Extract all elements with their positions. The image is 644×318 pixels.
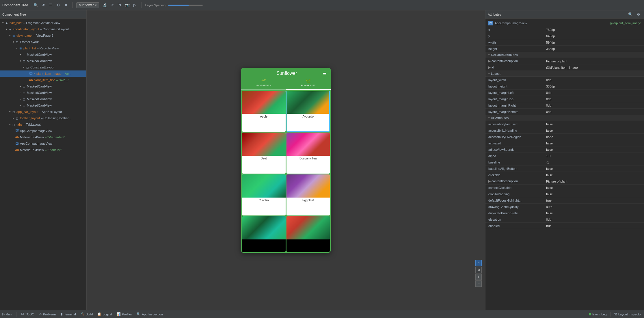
attr-key-contentdesc-all: ▶contentDescription [488, 179, 546, 183]
tab-my-garden[interactable]: 🌱 MY GARDEN [241, 76, 286, 89]
attr-value-y: 648dp [546, 34, 555, 38]
refresh-icon[interactable]: ↻ [117, 2, 123, 8]
section-layout[interactable]: ▾ Layout [485, 71, 644, 77]
play-icon[interactable]: ▷ [132, 2, 138, 8]
plant-name-beet: Beet [242, 156, 286, 161]
attr-value-a11y-heading: false [546, 129, 553, 132]
terminal-label: Terminal [64, 313, 76, 316]
tree-item-nav-host[interactable]: ▾ ◈ nav_host – FragmentContainerView [0, 20, 86, 26]
tree-item-masked-card-3[interactable]: ▸ ◻ MaskedCardView [0, 83, 86, 90]
settings-icon[interactable]: ⚙ [55, 2, 62, 8]
plant-image-avocado [286, 91, 330, 114]
section-all-attributes[interactable]: ▾ All Attributes [485, 115, 644, 121]
tree-item-toolbar-layout[interactable]: ▸ ◻ toolbar_layout – CollapsingToolbar..… [0, 115, 86, 121]
attr-value-width: 594dp [546, 41, 555, 44]
tab-plant-list[interactable]: 🌿 PLANT LIST [286, 76, 331, 90]
plant-card-bougainvillea[interactable]: Bougainvillea [286, 133, 330, 174]
text-icon: Ab [15, 148, 19, 152]
expand-arrow: ▸ [18, 98, 22, 101]
tree-item-masked-card-4[interactable]: ▸ ◻ MaskedCardView [0, 90, 86, 96]
tree-item-plant-list-label[interactable]: Ab MaterialTextView – "Plant list" [0, 147, 86, 153]
attr-key-croptopadding: cropToPadding [488, 192, 546, 196]
layer-spacing-slider[interactable] [168, 5, 203, 6]
rotate-icon[interactable]: ⟳ [109, 2, 116, 8]
tree-label: toolbar_layout – CollapsingToolbar... [20, 116, 71, 120]
list-icon[interactable]: ☰ [48, 2, 54, 8]
camera-icon[interactable]: 📷 [124, 2, 131, 8]
plant-card-cilantro[interactable]: Cilantro [242, 174, 286, 215]
attr-row-baseline: baseline -1 [485, 159, 644, 165]
problems-icon: ⚠ [39, 312, 42, 316]
attr-value-defaultfocushighlight: true [546, 199, 552, 202]
plant-card-beet[interactable]: Beet [242, 133, 286, 174]
profiler-item[interactable]: 📊 Profiler [117, 312, 132, 316]
app-inspection-icon: 🔍 [137, 312, 141, 316]
section-title-all: All Attributes [491, 116, 509, 120]
tree-item-my-garden-label[interactable]: Ab MaterialTextView – "My garden" [0, 134, 86, 140]
terminal-icon: ▮ [61, 312, 63, 316]
tree-item-masked-card-2[interactable]: ▾ ◻ MaskedCardView [0, 58, 86, 64]
attr-key-a11y-heading: accessibilityHeading [488, 129, 546, 132]
component-tree-content[interactable]: ▾ ◈ nav_host – FragmentContainerView ▾ ◈… [0, 18, 86, 310]
attr-row-layout-width: layout_width 0dp [485, 77, 644, 83]
attr-row-margin-left: layout_marginLeft 0dp [485, 90, 644, 96]
garden-icon: 🌱 [261, 79, 266, 83]
attr-row-margin-top: layout_marginTop 0dp [485, 96, 644, 102]
eye-icon[interactable]: 👁 [40, 2, 46, 8]
run-item[interactable]: ▷ Run [2, 312, 12, 316]
tree-label: ▪ plant_item_image – Ap... [34, 72, 71, 75]
app-inspection-item[interactable]: 🔍 App Inspection [137, 312, 163, 316]
attr-value-baseline-align: false [546, 167, 553, 170]
zoom-in-button[interactable]: + [475, 274, 482, 280]
sep-1 [16, 312, 16, 317]
view-icon: ◻ [22, 91, 26, 95]
tree-item-masked-card-5[interactable]: ▸ ◻ MaskedCardView [0, 96, 86, 102]
attr-value-margin-bottom: 0dp [546, 110, 551, 114]
tree-item-coordinator[interactable]: ▾ ◈ coordinator_layout – CoordinatorLayo… [0, 26, 86, 32]
layout-inspector-label: Layout Inspector [618, 313, 642, 316]
sunflower-dropdown[interactable]: sunflower ▾ [76, 2, 99, 8]
attr-settings-icon[interactable]: ⚙ [635, 11, 642, 18]
attr-value-id-d: @id/plant_item_image [546, 66, 578, 69]
zoom-out-button[interactable]: − [475, 280, 482, 287]
logcat-item[interactable]: 📋 Logcat [97, 312, 112, 316]
attr-row-width: width 594dp [485, 39, 644, 46]
problems-item[interactable]: ⚠ Problems [39, 312, 56, 316]
tree-item-constraint-layout[interactable]: ▾ ◻ ConstraintLayout [0, 64, 86, 70]
tree-item-compat-img-2[interactable]: 🖼 AppCompatImageView [0, 140, 86, 147]
plant-image-eggplant [286, 174, 330, 198]
section-declared-attributes[interactable]: ▾ Declared Attributes [485, 52, 644, 58]
tree-item-view-pager[interactable]: ▾ ⊞ view_pager – ViewPager2 [0, 32, 86, 39]
todo-item[interactable]: ☑ TODO [21, 312, 34, 316]
tree-item-app-bar-layout[interactable]: ▾ ◻ app_bar_layout – AppBarLayout [0, 109, 86, 115]
layout-inspector-item[interactable]: 🏗 Layout Inspector [614, 312, 642, 317]
tree-item-tabs[interactable]: ▾ ◻ tabs – TabLayout [0, 121, 86, 128]
attr-view-header: IV AppCompatImageView @id/plant_item_ima… [485, 18, 644, 27]
tree-item-frame-layout[interactable]: ▾ ◻ FrameLayout [0, 39, 86, 45]
close-icon[interactable]: ✕ [63, 2, 69, 8]
tree-item-masked-card-1[interactable]: ▾ ◻ MaskedCardView [0, 51, 86, 58]
event-log-item[interactable]: Event Log [589, 312, 607, 317]
build-item[interactable]: 🔨 Build [81, 312, 93, 316]
plant-card-apple[interactable]: Apple [242, 91, 286, 132]
attr-row-margin-right: layout_marginRight 0dp [485, 102, 644, 109]
search-icon[interactable]: 🔍 [33, 2, 39, 8]
plant-card-avocado[interactable]: AppCompatImageView Avocado [286, 91, 330, 132]
tree-item-compat-img-1[interactable]: 🖼 AppCompatImageView [0, 128, 86, 134]
plant-card-g2[interactable] [286, 216, 330, 252]
attr-value-a11y-live: none [546, 135, 553, 139]
attr-value-activated: false [546, 142, 553, 145]
tree-item-plant-list[interactable]: ▾ ⊞ plant_list – RecyclerView [0, 45, 86, 51]
attr-search-icon[interactable]: 🔍 [627, 11, 634, 18]
tree-item-plant-item-image[interactable]: 🖼 ▪ plant_item_image – Ap... [0, 70, 86, 77]
plant-card-g1[interactable] [242, 216, 286, 252]
attr-key-defaultfocushighlight: defaultFocusHighlight... [488, 199, 546, 202]
inspect-icon[interactable]: 🔬 [102, 2, 108, 8]
tree-item-plant-item-title[interactable]: Ab plant_item_title – "Avo..." [0, 77, 86, 83]
terminal-item[interactable]: ▮ Terminal [61, 312, 76, 316]
plant-card-eggplant[interactable]: Eggplant [286, 174, 330, 215]
tree-item-masked-card-6[interactable]: ▸ ◻ MaskedCardView [0, 102, 86, 109]
plant-image-g1 [242, 216, 286, 239]
view-icon: ◻ [22, 84, 26, 88]
tree-label: app_bar_layout – AppBarLayout [16, 110, 62, 114]
